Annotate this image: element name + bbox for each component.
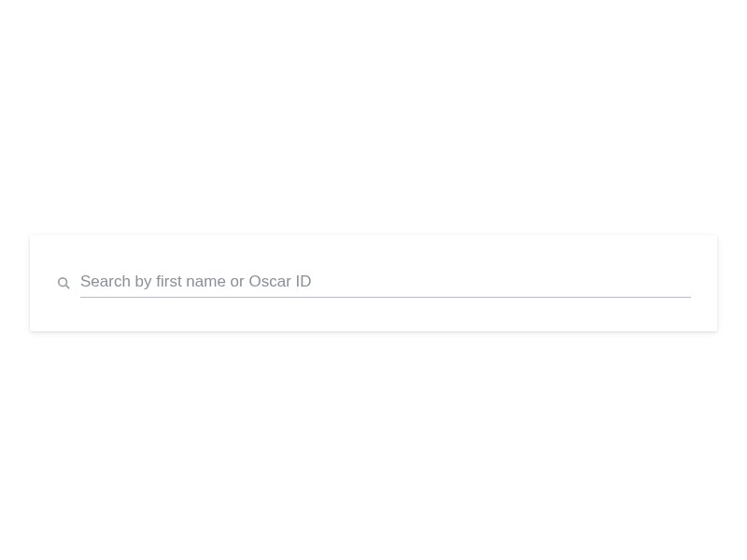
search-icon bbox=[56, 275, 71, 290]
search-card bbox=[30, 235, 717, 331]
svg-line-1 bbox=[66, 286, 70, 289]
search-input-wrapper bbox=[80, 269, 691, 298]
search-input[interactable] bbox=[80, 269, 691, 298]
svg-point-0 bbox=[59, 278, 67, 287]
